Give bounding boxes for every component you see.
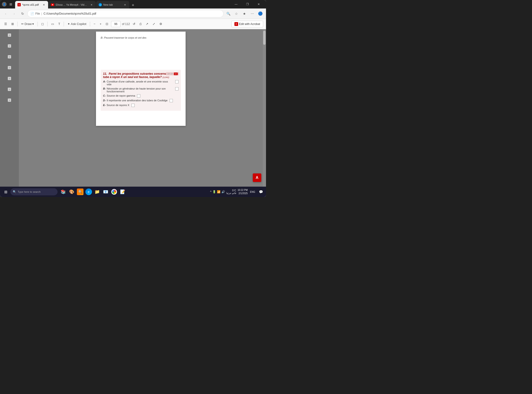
edit-acrobat-button[interactable]: A Edit with Acrobat: [231, 21, 263, 27]
settings-button[interactable]: ⚙: [158, 21, 164, 27]
taskbar-app-paint[interactable]: 🎨: [68, 188, 75, 196]
forward-button[interactable]: ›: [10, 10, 18, 17]
option-e-checkbox[interactable]: [131, 104, 135, 107]
favorites-button[interactable]: ☆: [232, 10, 240, 17]
text-button[interactable]: T: [57, 21, 62, 27]
option-b-checkbox[interactable]: [175, 87, 179, 90]
pdf-toolbar: ☰ ⊞ ✏ Draw ▾ ◻ ▭ T ✦ Ask Copilot − + ⊡ o…: [0, 19, 266, 29]
tray-icons: ^ 🔋 📶 🔊: [210, 190, 225, 193]
clock-info[interactable]: 10:22 PM 2/1/2025: [238, 188, 248, 195]
fullscreen-button[interactable]: ⤢: [151, 21, 157, 27]
tray-battery[interactable]: 🔋: [212, 190, 216, 193]
question-number: 11.: [103, 72, 107, 75]
taskbar-app-outlook[interactable]: 📧: [102, 188, 109, 196]
separator-3: [47, 22, 48, 26]
separator-1: [17, 22, 18, 26]
taskbar-app-search[interactable]: 🔍: [76, 188, 84, 196]
acrobat-floating-button[interactable]: A: [253, 173, 261, 182]
tab-yt-title: Elissa ... Ya Merayti - Video Clip |: [56, 3, 88, 6]
taskbar-search-text: Type here to search: [18, 190, 41, 193]
window-controls: — ❐ ✕: [231, 0, 264, 8]
pdf-sidebar-left: 3 3 3 3 3 3 3: [0, 29, 19, 187]
option-b-text: Nécessite un générateur de haute tension…: [107, 87, 173, 93]
close-button[interactable]: ✕: [253, 0, 264, 8]
copilot-label: Ask Copilot: [71, 22, 86, 26]
title-bar: 👤 ⊞ A *qcms u01.pdf ✕ Elissa ... Ya Mera…: [0, 0, 266, 9]
option-d-checkbox[interactable]: [169, 99, 173, 102]
pdf-page: B- Peuvent traverser le corps et ont des…: [96, 31, 186, 126]
taskbar-search[interactable]: 🔍 Type here to search: [10, 188, 58, 195]
back-button[interactable]: ‹: [2, 10, 10, 17]
scrollbar-track[interactable]: [263, 29, 266, 187]
browser-window: 👤 ⊞ A *qcms u01.pdf ✕ Elissa ... Ya Mera…: [0, 0, 266, 197]
acrobat-icon: A: [234, 22, 238, 26]
tray-chevron[interactable]: ^: [210, 190, 211, 193]
pdf-main[interactable]: B- Peuvent traverser le corps et ont des…: [19, 29, 263, 187]
pdf-blank-area: [101, 41, 181, 70]
more-button[interactable]: ⋯: [248, 10, 256, 17]
tray-wifi[interactable]: 📶: [217, 190, 221, 193]
taskbar-app-books[interactable]: 📚: [59, 188, 67, 196]
option-e-text: Source de rayons X: [107, 104, 129, 107]
eraser-button[interactable]: ◻: [40, 21, 45, 27]
taskbar-app-edge[interactable]: e: [85, 188, 92, 196]
page-mark-2: 3: [8, 44, 11, 48]
weather-desc: غائم جزئيا: [226, 192, 236, 194]
tab-youtube[interactable]: Elissa ... Ya Merayti - Video Clip | ✕: [49, 1, 96, 9]
new-tab-button[interactable]: +: [130, 2, 136, 9]
zoom-in-button[interactable]: +: [98, 21, 103, 27]
page-mark-3: 3: [8, 55, 11, 58]
tab-new-close[interactable]: ✕: [123, 3, 127, 7]
highlight-button[interactable]: ▭: [50, 21, 55, 27]
draw-icon: ✏: [21, 22, 24, 26]
taskbar-app-notes[interactable]: 📝: [119, 188, 126, 196]
address-bar[interactable]: 📄 File | C:/Users/hp/Documents/qcms%20u0…: [27, 10, 224, 17]
tab-pdf-close[interactable]: ✕: [42, 3, 46, 7]
tab-grid-button[interactable]: ⊞: [8, 1, 14, 8]
tray-volume[interactable]: 🔊: [221, 190, 225, 193]
option-a: A- Constitue d'une cathode, anode et une…: [103, 80, 179, 86]
question-badge: 18-19 em: [166, 72, 179, 75]
edge-profile-button[interactable]: 🔵: [257, 10, 264, 17]
badge-text: 18-19: [167, 73, 173, 75]
tab-yt-close[interactable]: ✕: [90, 3, 93, 7]
page-number-input[interactable]: [111, 21, 121, 27]
fit-button[interactable]: ⊞: [10, 21, 15, 27]
option-c-letter: C-: [103, 94, 106, 97]
address-path: C:/Users/hp/Documents/qcms%20u01.pdf: [43, 12, 96, 15]
tab-new[interactable]: e New tab ✕: [96, 1, 129, 9]
option-c-checkbox[interactable]: [137, 94, 140, 98]
language-indicator[interactable]: ENG: [250, 191, 255, 193]
search-button[interactable]: 🔍: [225, 10, 232, 17]
page-marks: 3 3 3 3 3 3 3: [8, 31, 11, 102]
scrollbar-thumb[interactable]: [263, 31, 266, 45]
tab-pdf[interactable]: A *qcms u01.pdf ✕: [15, 1, 48, 9]
taskbar-app-chrome[interactable]: [110, 188, 118, 196]
start-button[interactable]: ⊞: [2, 188, 10, 196]
option-b: B- Nécessite un générateur de haute tens…: [103, 87, 179, 93]
rotate-button[interactable]: ↺: [131, 21, 137, 27]
edge-tab-icon: e: [99, 3, 102, 6]
maximize-button[interactable]: ❐: [242, 0, 253, 8]
page-mark-4: 3: [8, 66, 11, 69]
edit-acrobat-label: Edit with Acrobat: [239, 22, 260, 26]
pdf-menu-button[interactable]: ☰: [3, 21, 9, 27]
notification-button[interactable]: 💬: [258, 188, 264, 195]
ask-copilot-button[interactable]: ✦ Ask Copilot: [66, 21, 88, 27]
option-b-letter: B-: [103, 87, 106, 90]
share-button[interactable]: ↗: [144, 21, 150, 27]
question-main-text: Parmi les propositions suivantes concern…: [103, 72, 172, 79]
print-button[interactable]: ⎙: [138, 21, 143, 27]
zoom-out-button[interactable]: −: [92, 21, 97, 27]
collections-button[interactable]: ★: [241, 10, 248, 17]
draw-label: Draw: [25, 22, 32, 26]
weather-temp: 5°C: [226, 189, 236, 192]
draw-button[interactable]: ✏ Draw ▾: [20, 21, 35, 27]
option-a-text: Constitue d'une cathode, anode et une en…: [107, 80, 173, 86]
profile-icon[interactable]: 👤: [2, 2, 7, 7]
option-a-checkbox[interactable]: [175, 80, 179, 83]
fit-page-button[interactable]: ⊡: [104, 21, 110, 27]
taskbar-app-folder[interactable]: 📁: [93, 188, 101, 196]
minimize-button[interactable]: —: [231, 0, 242, 8]
refresh-button[interactable]: ↻: [19, 10, 26, 17]
